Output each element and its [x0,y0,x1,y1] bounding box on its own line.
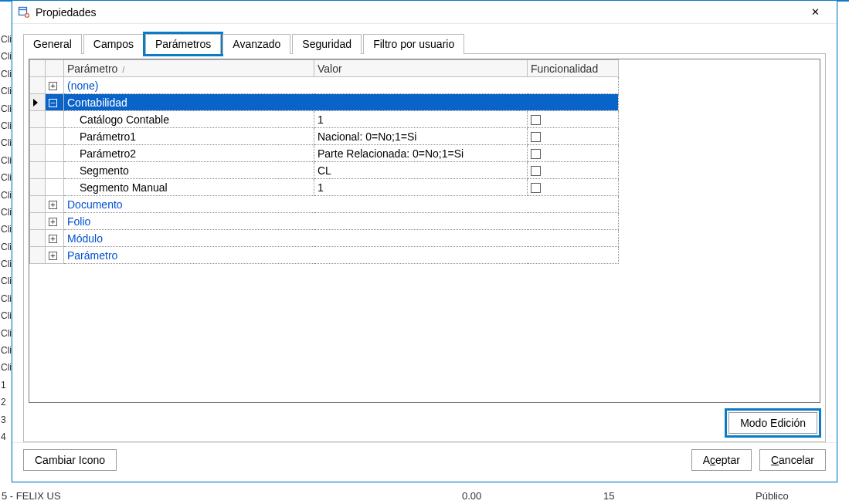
expand-icon: + [49,82,57,90]
table-row[interactable]: Segmento Manual1 [30,179,619,196]
row-indicator [30,230,46,247]
grid-tree-header [46,60,64,77]
tab-general[interactable]: General [23,34,82,54]
group-label[interactable]: Folio [64,213,619,230]
tab-parámetros[interactable]: Parámetros [145,34,221,54]
expand-icon: + [49,218,57,226]
titlebar: Propiedades ✕ [12,1,837,24]
row-indicator [30,77,46,94]
tab-panel: Parámetro / Valor Funcionalidad +(none)−… [23,53,826,442]
cell-parametro[interactable]: Catálogo Contable [64,111,314,128]
cell-parametro[interactable]: Segmento [64,162,314,179]
group-label[interactable]: Documento [64,196,619,213]
cell-valor[interactable]: CL [314,162,528,179]
tree-toggle-cell[interactable]: + [46,213,64,230]
aceptar-button[interactable]: Aceptar [691,449,752,471]
row-indicator [30,128,46,145]
background-statusbar: 5 - FELIX US 0.00 15 Público [0,490,849,504]
table-row[interactable]: Catálogo Contable1 [30,111,619,128]
parameter-grid[interactable]: Parámetro / Valor Funcionalidad +(none)−… [29,59,619,264]
checkbox-icon[interactable] [531,183,541,193]
group-link[interactable]: Parámetro [67,249,117,262]
column-header-parametro-label: Parámetro [67,63,117,75]
cell-parametro[interactable]: Segmento Manual [64,179,314,196]
group-row[interactable]: +Módulo [30,230,619,247]
checkbox-icon[interactable] [531,132,541,142]
group-link[interactable]: (none) [67,79,98,92]
dialog-button-bar: Cambiar Icono Aceptar Cancelar [12,442,837,482]
status-value-1: 0.00 [462,490,481,502]
column-header-funcionalidad[interactable]: Funcionalidad [528,60,619,77]
group-link[interactable]: Documento [67,198,123,211]
group-label[interactable]: Contabilidad [64,94,619,111]
group-row[interactable]: +(none) [30,77,619,94]
close-button[interactable]: ✕ [798,2,832,23]
tab-filtro-por-usuario[interactable]: Filtro por usuario [363,34,464,54]
checkbox-icon[interactable] [531,166,541,176]
group-link[interactable]: Módulo [67,232,103,245]
status-value-2: 15 [603,490,614,502]
cell-valor[interactable]: 1 [314,179,528,196]
group-link[interactable]: Folio [67,215,90,228]
expand-icon: + [49,235,57,243]
expand-icon: + [49,201,57,209]
cell-valor[interactable]: Nacional: 0=No;1=Si [314,128,528,145]
modo-edicion-button[interactable]: Modo Edición [728,412,817,434]
tab-strip: GeneralCamposParámetrosAvanzadoSeguridad… [12,24,837,53]
cell-valor[interactable]: 1 [314,111,528,128]
expand-icon: + [49,252,57,260]
tree-spacer [46,145,64,162]
group-label[interactable]: (none) [64,77,619,94]
row-indicator [30,196,46,213]
current-row-arrow-icon [33,99,38,107]
row-indicator [30,247,46,264]
status-value-3: Público [756,490,789,502]
tree-toggle-cell[interactable]: − [46,94,64,111]
close-icon: ✕ [811,6,820,18]
table-row[interactable]: SegmentoCL [30,162,619,179]
svg-rect-4 [25,15,29,15]
tree-toggle-cell[interactable]: + [46,230,64,247]
table-row[interactable]: Parámetro2Parte Relacionada: 0=No;1=Si [30,145,619,162]
tree-toggle-cell[interactable]: + [46,247,64,264]
group-row[interactable]: +Folio [30,213,619,230]
tab-avanzado[interactable]: Avanzado [222,34,290,54]
checkbox-icon[interactable] [531,149,541,159]
cell-funcionalidad[interactable] [528,162,619,179]
tree-spacer [46,179,64,196]
checkbox-icon[interactable] [531,115,541,125]
cell-funcionalidad[interactable] [528,128,619,145]
tab-campos[interactable]: Campos [83,34,144,54]
column-header-parametro[interactable]: Parámetro / [64,60,314,77]
group-label[interactable]: Módulo [64,230,619,247]
group-row[interactable]: +Documento [30,196,619,213]
cell-parametro[interactable]: Parámetro2 [64,145,314,162]
cambiar-icono-button[interactable]: Cambiar Icono [23,449,117,471]
cell-parametro[interactable]: Parámetro1 [64,128,314,145]
cell-funcionalidad[interactable] [528,179,619,196]
table-row[interactable]: Parámetro1Nacional: 0=No;1=Si [30,128,619,145]
parameter-grid-container: Parámetro / Valor Funcionalidad +(none)−… [29,59,820,403]
group-label[interactable]: Parámetro [64,247,619,264]
group-row[interactable]: −Contabilidad [30,94,619,111]
cell-funcionalidad[interactable] [528,145,619,162]
cell-funcionalidad[interactable] [528,111,619,128]
tree-spacer [46,111,64,128]
row-indicator [30,111,46,128]
tree-toggle-cell[interactable]: + [46,196,64,213]
window-title: Propiedades [36,6,798,19]
cancelar-button[interactable]: Cancelar [759,449,826,471]
sort-indicator-icon: / [122,65,124,74]
group-row[interactable]: +Parámetro [30,247,619,264]
grid-corner [30,60,46,77]
group-link[interactable]: Contabilidad [67,96,127,109]
row-indicator [30,145,46,162]
row-indicator [30,162,46,179]
collapse-icon: − [49,99,57,107]
status-record-label: 5 - FELIX US [0,490,61,502]
tree-toggle-cell[interactable]: + [46,77,64,94]
tab-seguridad[interactable]: Seguridad [292,34,362,54]
cell-valor[interactable]: Parte Relacionada: 0=No;1=Si [314,145,528,162]
row-indicator [30,213,46,230]
column-header-valor[interactable]: Valor [314,60,528,77]
